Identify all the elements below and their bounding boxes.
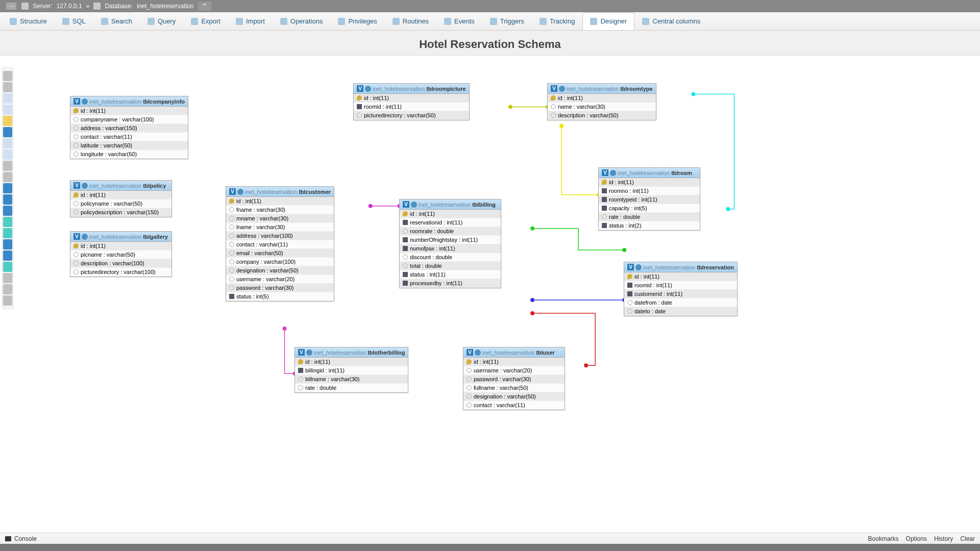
gear-icon[interactable] (635, 264, 642, 270)
column-row[interactable]: capacity : int(5) (599, 204, 700, 213)
tab-structure[interactable]: Structure (2, 12, 55, 30)
table-header[interactable]: Vinet_hotelreservation tblroomtype (548, 84, 656, 94)
horizontal-scrollbar[interactable] (0, 544, 980, 551)
column-row[interactable]: roomno : int(11) (599, 187, 700, 195)
tool-icon[interactable] (3, 239, 12, 249)
table-header[interactable]: Vinet_hotelreservation tblroom (599, 168, 700, 178)
tool-icon[interactable] (3, 273, 12, 283)
table-tblroom[interactable]: Vinet_hotelreservation tblroomid : int(1… (598, 167, 700, 231)
column-row[interactable]: description : varchar(50) (548, 111, 656, 120)
column-row[interactable]: password : varchar(30) (226, 284, 334, 292)
column-row[interactable]: companyname : varchar(100) (70, 115, 188, 124)
options-link[interactable]: Options (906, 535, 927, 542)
column-row[interactable]: address : varchar(100) (226, 232, 334, 240)
column-row[interactable]: status : int(2) (599, 221, 700, 230)
column-row[interactable]: reservationid : int(11) (400, 218, 501, 227)
tool-icon[interactable] (3, 228, 12, 238)
table-tblreservation[interactable]: Vinet_hotelreservation tblreservationid … (624, 262, 738, 316)
table-tblotherbilling[interactable]: Vinet_hotelreservation tblotherbillingid… (295, 347, 408, 393)
column-row[interactable]: billingid : int(11) (295, 366, 408, 375)
gear-icon[interactable] (411, 202, 417, 208)
tab-events[interactable]: Events (436, 12, 482, 30)
column-row[interactable]: customerid : int(11) (624, 290, 737, 298)
tool-icon[interactable] (3, 116, 12, 126)
column-row[interactable]: fname : varchar(30) (226, 206, 334, 214)
column-row[interactable]: policyname : varchar(50) (70, 199, 172, 208)
table-tbluser[interactable]: Vinet_hotelreservation tbluserid : int(1… (463, 347, 565, 410)
column-row[interactable]: status : int(5) (226, 292, 334, 301)
tool-icon[interactable] (3, 71, 12, 81)
clear-link[interactable]: Clear (960, 535, 975, 542)
tool-icon[interactable] (3, 172, 12, 182)
column-row[interactable]: datefrom : date (624, 298, 737, 307)
gear-icon[interactable] (82, 234, 88, 240)
bookmarks-link[interactable]: Bookmarks (868, 535, 899, 542)
column-row[interactable]: policydescription : varchar(150) (70, 208, 172, 217)
column-row[interactable]: latitude : varchar(50) (70, 141, 188, 150)
table-tblcompanyinfo[interactable]: Vinet_hotelreservation tblcompanyinfoid … (70, 96, 188, 159)
collapse-icon[interactable]: → (6, 3, 16, 10)
column-row[interactable]: picturedirectory : varchar(100) (70, 268, 172, 277)
column-row[interactable]: email : varchar(50) (226, 249, 334, 258)
gear-icon[interactable] (306, 349, 312, 356)
table-header[interactable]: Vinet_hotelreservation tblcompanyinfo (70, 96, 188, 107)
tab-routines[interactable]: Routines (385, 12, 436, 30)
table-header[interactable]: Vinet_hotelreservation tblroompicture (354, 84, 469, 94)
column-row[interactable]: roomid : int(11) (624, 281, 737, 290)
column-row[interactable]: id : int(11) (599, 178, 700, 187)
column-row[interactable]: total : double (400, 262, 501, 270)
tab-import[interactable]: Import (228, 12, 273, 30)
console-label[interactable]: Console (14, 535, 37, 542)
table-header[interactable]: Vinet_hotelreservation tblreservation (624, 262, 737, 272)
column-row[interactable]: lname : varchar(30) (226, 223, 334, 232)
tab-designer[interactable]: Designer (582, 12, 634, 30)
column-row[interactable]: password : varchar(30) (463, 375, 565, 384)
server-value[interactable]: 127.0.0.1 (57, 3, 82, 10)
column-row[interactable]: discount : double (400, 253, 501, 262)
help-icon[interactable] (3, 206, 12, 216)
save-icon[interactable] (3, 127, 12, 137)
tab-search[interactable]: Search (93, 12, 140, 30)
tab-export[interactable]: Export (183, 12, 228, 30)
tool-icon[interactable] (3, 183, 12, 193)
tab-sql[interactable]: SQL (55, 12, 93, 30)
tab-tracking[interactable]: Tracking (532, 12, 582, 30)
column-row[interactable]: contact : varchar(11) (463, 401, 565, 410)
column-row[interactable]: id : int(11) (624, 272, 737, 281)
tab-query[interactable]: Query (140, 12, 183, 30)
column-row[interactable]: id : int(11) (354, 94, 469, 103)
table-tblroomtype[interactable]: Vinet_hotelreservation tblroomtypeid : i… (547, 83, 656, 120)
fullscreen-icon[interactable] (3, 82, 12, 92)
column-row[interactable]: contact : varchar(11) (70, 133, 188, 141)
table-header[interactable]: Vinet_hotelreservation tblotherbilling (295, 347, 408, 358)
table-tblroompicture[interactable]: Vinet_hotelreservation tblroompictureid … (353, 83, 470, 120)
column-row[interactable]: name : varchar(30) (548, 103, 656, 111)
tool-icon[interactable] (3, 149, 12, 160)
column-row[interactable]: numofpax : int(11) (400, 244, 501, 253)
column-row[interactable]: processedby : int(11) (400, 279, 501, 288)
column-row[interactable]: status : int(11) (400, 270, 501, 279)
tool-icon[interactable] (3, 138, 12, 148)
column-row[interactable]: picturedirectory : varchar(50) (354, 111, 469, 120)
table-header[interactable]: Vinet_hotelreservation tblcustomer (226, 187, 334, 197)
table-header[interactable]: Vinet_hotelreservation tbluser (463, 347, 565, 358)
tool-icon[interactable] (3, 194, 12, 205)
column-row[interactable]: picname : varchar(50) (70, 251, 172, 259)
tab-privileges[interactable]: Privileges (330, 12, 384, 30)
column-row[interactable]: id : int(11) (226, 197, 334, 206)
designer-canvas[interactable]: Vinet_hotelreservation tblcompanyinfoid … (16, 65, 977, 529)
column-row[interactable]: roomrate : double (400, 227, 501, 236)
column-row[interactable]: contact : varchar(11) (226, 240, 334, 249)
table-tblpolicy[interactable]: Vinet_hotelreservation tblpolicyid : int… (70, 180, 172, 217)
tool-icon[interactable] (3, 93, 12, 104)
column-row[interactable]: roomid : int(11) (354, 103, 469, 111)
column-row[interactable]: id : int(11) (295, 358, 408, 366)
column-row[interactable]: numberOfnightstay : int(11) (400, 236, 501, 244)
tool-icon[interactable] (3, 262, 12, 272)
gear-icon[interactable] (475, 349, 481, 356)
table-header[interactable]: Vinet_hotelreservation tblgallery (70, 232, 172, 242)
column-row[interactable]: rate : double (295, 384, 408, 392)
column-row[interactable]: mname : varchar(30) (226, 214, 334, 223)
column-row[interactable]: id : int(11) (400, 210, 501, 218)
column-row[interactable]: dateto : date (624, 307, 737, 316)
